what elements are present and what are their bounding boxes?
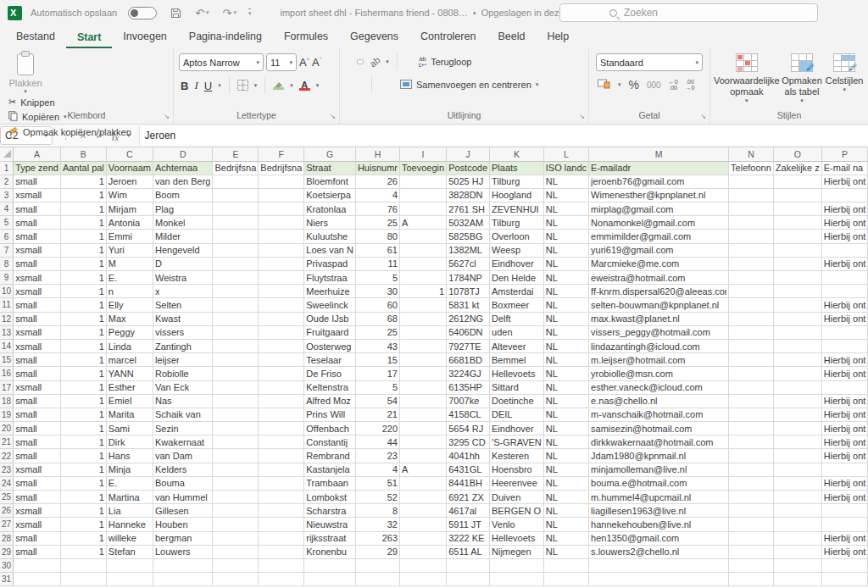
column-header-A[interactable]: A: [14, 147, 61, 161]
cell-N4[interactable]: [729, 202, 774, 216]
cell-F20[interactable]: [259, 422, 304, 435]
cell-J4[interactable]: 2761 SH: [447, 202, 490, 216]
cell-L23[interactable]: NL: [543, 463, 588, 476]
select-all-corner[interactable]: [0, 147, 14, 161]
increase-decimal-icon[interactable]: ←0.00: [669, 79, 678, 91]
cell-H17[interactable]: 5: [355, 380, 399, 394]
cell-B12[interactable]: 1: [60, 312, 106, 325]
cell-B9[interactable]: 1: [60, 271, 106, 285]
cell-O13[interactable]: [773, 325, 821, 339]
cell-L1[interactable]: ISO landc: [543, 161, 588, 175]
cell-H25[interactable]: 52: [355, 491, 399, 504]
cell-A24[interactable]: small: [14, 476, 61, 490]
cell-F31[interactable]: [259, 573, 304, 586]
column-header-P[interactable]: P: [821, 147, 868, 161]
cell-L29[interactable]: NL: [543, 545, 588, 558]
cell-A19[interactable]: small: [14, 408, 61, 421]
column-header-I[interactable]: I: [400, 147, 447, 161]
row-header-25[interactable]: 25: [0, 491, 14, 504]
row-header-4[interactable]: 4: [0, 202, 14, 216]
cell-I14[interactable]: [400, 339, 447, 352]
cell-L15[interactable]: NL: [543, 353, 588, 367]
cell-K6[interactable]: Overloon: [490, 230, 544, 243]
cell-D8[interactable]: D: [153, 257, 212, 270]
cell-G11[interactable]: Sweelinck: [304, 298, 356, 312]
cell-H31[interactable]: [355, 573, 399, 586]
row-header-6[interactable]: 6: [0, 230, 14, 243]
cell-K2[interactable]: Tilburg: [490, 175, 544, 188]
tab-bestand[interactable]: Bestand: [5, 27, 66, 48]
cell-A28[interactable]: small: [14, 531, 61, 545]
column-header-J[interactable]: J: [447, 147, 490, 161]
cell-E21[interactable]: [213, 435, 259, 449]
cell-I5[interactable]: A: [400, 216, 447, 230]
column-header-G[interactable]: G: [304, 147, 356, 161]
cell-O16[interactable]: [773, 367, 821, 380]
cell-N30[interactable]: [729, 558, 774, 572]
cell-F27[interactable]: [259, 518, 304, 531]
cell-P2[interactable]: Hierbij ont: [821, 175, 868, 188]
underline-button[interactable]: U: [204, 80, 212, 92]
cell-I22[interactable]: [400, 449, 447, 463]
cell-N26[interactable]: [729, 504, 774, 518]
cell-M1[interactable]: E-mailadr: [589, 161, 729, 175]
cell-E22[interactable]: [213, 449, 259, 463]
cell-O6[interactable]: [773, 230, 821, 243]
cell-P22[interactable]: Hierbij ont: [821, 449, 868, 463]
cell-I8[interactable]: [400, 257, 447, 270]
cell-O23[interactable]: [773, 463, 821, 476]
cell-F7[interactable]: [259, 243, 304, 257]
cell-C16[interactable]: YANN: [106, 367, 153, 380]
cell-F3[interactable]: [259, 188, 304, 202]
row-header-21[interactable]: 21: [0, 435, 14, 449]
cell-J9[interactable]: 1784NP: [447, 271, 490, 285]
cell-K28[interactable]: Hellevoets: [490, 531, 544, 545]
cell-D21[interactable]: Kwakernaat: [153, 435, 212, 449]
cell-B30[interactable]: [60, 558, 106, 572]
cell-O17[interactable]: [773, 380, 821, 394]
font-name-select[interactable]: Aptos Narrow▾: [179, 53, 264, 71]
cell-O21[interactable]: [773, 435, 821, 449]
cell-I23[interactable]: A: [400, 463, 447, 476]
cell-J22[interactable]: 4041hh: [447, 449, 490, 463]
cell-K26[interactable]: BERGEN O: [490, 504, 544, 518]
cell-N11[interactable]: [729, 298, 774, 312]
cell-F29[interactable]: [259, 545, 304, 558]
cell-H6[interactable]: 80: [355, 230, 399, 243]
cell-I21[interactable]: [400, 435, 447, 449]
cell-B20[interactable]: 1: [60, 422, 106, 435]
cell-C3[interactable]: Wim: [106, 188, 153, 202]
cell-N18[interactable]: [729, 394, 774, 408]
cell-F2[interactable]: [259, 175, 304, 188]
tab-gegevens[interactable]: Gegevens: [339, 27, 409, 48]
cell-C26[interactable]: Lia: [106, 504, 153, 518]
cell-M18[interactable]: e.nas@chello.nl: [589, 394, 729, 408]
cell-K12[interactable]: Delft: [490, 312, 544, 325]
cell-A4[interactable]: small: [14, 202, 61, 216]
row-header-24[interactable]: 24: [0, 476, 14, 490]
cell-K15[interactable]: Bemmel: [490, 353, 544, 367]
row-header-23[interactable]: 23: [0, 463, 14, 476]
cell-M15[interactable]: m.leijser@hotmail.com: [589, 353, 729, 367]
cell-B15[interactable]: 1: [60, 353, 106, 367]
row-header-11[interactable]: 11: [0, 298, 14, 312]
cell-L4[interactable]: NL: [543, 202, 588, 216]
cell-I7[interactable]: [400, 243, 447, 257]
cell-M10[interactable]: ff-knrm.dispersal620@aleeas.com: [589, 285, 729, 298]
cell-H28[interactable]: 263: [355, 531, 399, 545]
tab-invoegen[interactable]: Invoegen: [112, 27, 177, 48]
cell-L21[interactable]: NL: [543, 435, 588, 449]
cell-M24[interactable]: bouma.e@hotmail.com: [589, 476, 729, 490]
cell-K3[interactable]: Hoogland: [490, 188, 544, 202]
cell-E28[interactable]: [213, 531, 259, 545]
cell-B1[interactable]: Aantal pal: [60, 161, 106, 175]
cell-H29[interactable]: 29: [355, 545, 399, 558]
cell-N17[interactable]: [729, 380, 774, 394]
search-input[interactable]: Zoeken: [559, 3, 818, 22]
cell-O26[interactable]: [773, 504, 821, 518]
fill-color-icon[interactable]: [273, 81, 284, 90]
row-header-18[interactable]: 18: [0, 394, 14, 408]
cell-M9[interactable]: eweistra@hotmail.com: [589, 271, 729, 285]
column-header-F[interactable]: F: [259, 147, 304, 161]
cell-L12[interactable]: NL: [543, 312, 588, 325]
